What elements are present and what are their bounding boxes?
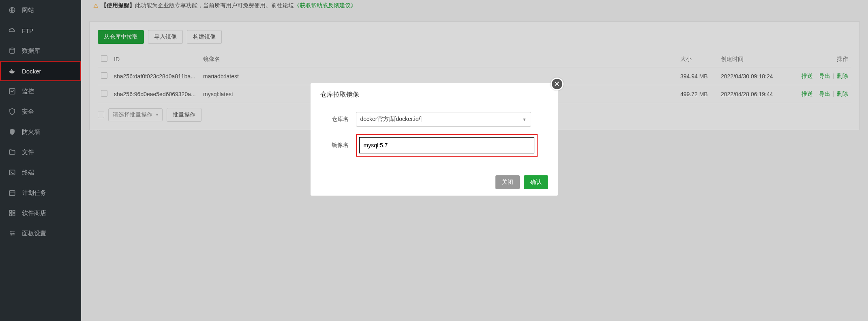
- image-label: 镜像名: [320, 142, 349, 149]
- repo-select[interactable]: docker官方库[docker.io/] ▼: [356, 112, 531, 127]
- repo-value: docker官方库[docker.io/]: [360, 116, 422, 123]
- dialog-confirm-button[interactable]: 确认: [524, 175, 548, 189]
- dialog-close-button[interactable]: 关闭: [495, 175, 520, 189]
- dialog-title: 仓库拉取镜像: [311, 83, 558, 104]
- modal-overlay: ✕ 仓库拉取镜像 仓库名 docker官方库[docker.io/] ▼ 镜像名: [0, 0, 868, 321]
- pull-dialog: ✕ 仓库拉取镜像 仓库名 docker官方库[docker.io/] ▼ 镜像名: [311, 83, 558, 196]
- chevron-down-icon: ▼: [523, 117, 527, 122]
- image-input[interactable]: [360, 138, 534, 153]
- image-highlight: [356, 134, 538, 157]
- repo-label: 仓库名: [320, 116, 349, 123]
- close-icon[interactable]: ✕: [551, 78, 564, 90]
